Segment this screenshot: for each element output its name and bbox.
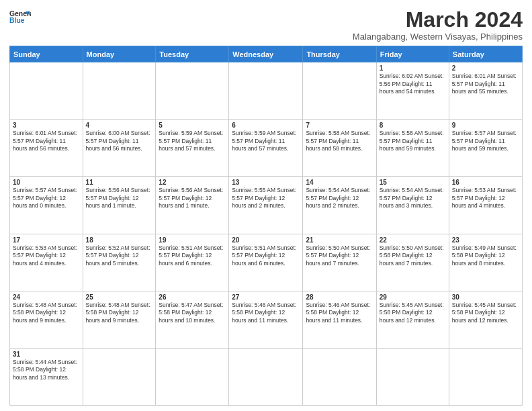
logo: General Blue: [9, 8, 31, 27]
calendar-cell: 29Sunrise: 5:45 AM Sunset: 5:58 PM Dayli…: [376, 291, 449, 348]
day-info: Sunrise: 5:48 AM Sunset: 5:58 PM Dayligh…: [86, 302, 153, 324]
col-header-sunday: Sunday: [10, 46, 83, 62]
day-number: 3: [13, 122, 80, 129]
day-info: Sunrise: 5:58 AM Sunset: 5:57 PM Dayligh…: [306, 130, 373, 152]
logo-icon: General Blue: [9, 8, 31, 27]
calendar-cell: 7Sunrise: 5:58 AM Sunset: 5:57 PM Daylig…: [303, 120, 376, 177]
calendar-week-2: 10Sunrise: 5:57 AM Sunset: 5:57 PM Dayli…: [10, 177, 523, 234]
day-number: 16: [452, 179, 519, 186]
day-info: Sunrise: 5:59 AM Sunset: 5:57 PM Dayligh…: [159, 130, 226, 152]
day-info: Sunrise: 6:02 AM Sunset: 5:56 PM Dayligh…: [380, 73, 446, 95]
day-number: 21: [306, 236, 373, 244]
calendar-cell: [229, 348, 303, 405]
day-info: Sunrise: 5:50 AM Sunset: 5:58 PM Dayligh…: [380, 244, 446, 267]
day-info: Sunrise: 5:57 AM Sunset: 5:57 PM Dayligh…: [13, 187, 80, 210]
day-info: Sunrise: 5:54 AM Sunset: 5:57 PM Dayligh…: [380, 187, 446, 210]
calendar-cell: 27Sunrise: 5:46 AM Sunset: 5:58 PM Dayli…: [229, 291, 303, 348]
calendar-cell: 17Sunrise: 5:53 AM Sunset: 5:57 PM Dayli…: [10, 234, 83, 291]
calendar-header-row: SundayMondayTuesdayWednesdayThursdayFrid…: [10, 46, 523, 62]
day-info: Sunrise: 5:46 AM Sunset: 5:58 PM Dayligh…: [232, 302, 300, 324]
day-info: Sunrise: 5:56 AM Sunset: 5:57 PM Dayligh…: [159, 187, 226, 210]
calendar-cell: 12Sunrise: 5:56 AM Sunset: 5:57 PM Dayli…: [156, 177, 229, 234]
day-number: 10: [13, 179, 80, 186]
calendar-week-0: 1Sunrise: 6:02 AM Sunset: 5:56 PM Daylig…: [10, 62, 523, 120]
day-number: 25: [86, 293, 153, 301]
calendar-cell: 15Sunrise: 5:54 AM Sunset: 5:57 PM Dayli…: [376, 177, 449, 234]
day-number: 24: [13, 293, 80, 301]
day-number: 1: [380, 64, 446, 72]
day-info: Sunrise: 5:54 AM Sunset: 5:57 PM Dayligh…: [306, 187, 373, 210]
day-info: Sunrise: 5:48 AM Sunset: 5:58 PM Dayligh…: [13, 302, 80, 324]
calendar-cell: 10Sunrise: 5:57 AM Sunset: 5:57 PM Dayli…: [10, 177, 83, 234]
day-number: 26: [159, 293, 226, 301]
calendar-cell: 13Sunrise: 5:55 AM Sunset: 5:57 PM Dayli…: [229, 177, 303, 234]
calendar-week-3: 17Sunrise: 5:53 AM Sunset: 5:57 PM Dayli…: [10, 234, 523, 291]
calendar-cell: 3Sunrise: 6:01 AM Sunset: 5:57 PM Daylig…: [10, 120, 83, 177]
calendar-cell: 31Sunrise: 5:44 AM Sunset: 5:58 PM Dayli…: [10, 348, 83, 405]
day-number: 12: [159, 179, 226, 186]
col-header-tuesday: Tuesday: [156, 46, 229, 62]
calendar-cell: 30Sunrise: 5:45 AM Sunset: 5:58 PM Dayli…: [449, 291, 522, 348]
day-info: Sunrise: 5:44 AM Sunset: 5:58 PM Dayligh…: [13, 359, 80, 381]
calendar-cell: 18Sunrise: 5:52 AM Sunset: 5:57 PM Dayli…: [83, 234, 156, 291]
calendar-cell: 24Sunrise: 5:48 AM Sunset: 5:58 PM Dayli…: [10, 291, 83, 348]
calendar-cell: [156, 62, 229, 120]
day-info: Sunrise: 5:47 AM Sunset: 5:58 PM Dayligh…: [159, 302, 226, 324]
col-header-wednesday: Wednesday: [229, 46, 303, 62]
calendar-table: SundayMondayTuesdayWednesdayThursdayFrid…: [9, 46, 523, 406]
day-number: 2: [452, 64, 519, 72]
calendar-week-1: 3Sunrise: 6:01 AM Sunset: 5:57 PM Daylig…: [10, 120, 523, 177]
day-number: 8: [380, 122, 446, 129]
day-number: 31: [13, 351, 80, 358]
day-number: 20: [232, 236, 300, 244]
day-number: 13: [232, 179, 300, 186]
calendar-cell: 11Sunrise: 5:56 AM Sunset: 5:57 PM Dayli…: [83, 177, 156, 234]
day-info: Sunrise: 5:55 AM Sunset: 5:57 PM Dayligh…: [232, 187, 300, 210]
day-info: Sunrise: 5:53 AM Sunset: 5:57 PM Dayligh…: [452, 187, 519, 210]
page: General Blue March 2024 Malangabang, Wes…: [0, 0, 532, 411]
header: General Blue March 2024 Malangabang, Wes…: [9, 8, 523, 42]
day-info: Sunrise: 5:50 AM Sunset: 5:57 PM Dayligh…: [306, 244, 373, 267]
day-number: 28: [306, 293, 373, 301]
calendar-cell: 22Sunrise: 5:50 AM Sunset: 5:58 PM Dayli…: [376, 234, 449, 291]
day-number: 5: [159, 122, 226, 129]
day-number: 6: [232, 122, 300, 129]
title-block: March 2024 Malangabang, Western Visayas,…: [353, 8, 523, 42]
day-number: 15: [380, 179, 446, 186]
calendar-cell: 8Sunrise: 5:58 AM Sunset: 5:57 PM Daylig…: [376, 120, 449, 177]
calendar-cell: [10, 62, 83, 120]
day-info: Sunrise: 5:52 AM Sunset: 5:57 PM Dayligh…: [86, 244, 153, 267]
col-header-thursday: Thursday: [303, 46, 376, 62]
day-info: Sunrise: 5:53 AM Sunset: 5:57 PM Dayligh…: [13, 244, 80, 267]
calendar-cell: [83, 348, 156, 405]
calendar-cell: [376, 348, 449, 405]
day-info: Sunrise: 5:58 AM Sunset: 5:57 PM Dayligh…: [380, 130, 446, 152]
day-info: Sunrise: 5:59 AM Sunset: 5:57 PM Dayligh…: [232, 130, 300, 152]
day-info: Sunrise: 5:49 AM Sunset: 5:58 PM Dayligh…: [452, 244, 519, 267]
day-info: Sunrise: 5:56 AM Sunset: 5:57 PM Dayligh…: [86, 187, 153, 210]
calendar-cell: 19Sunrise: 5:51 AM Sunset: 5:57 PM Dayli…: [156, 234, 229, 291]
calendar-cell: 28Sunrise: 5:46 AM Sunset: 5:58 PM Dayli…: [303, 291, 376, 348]
calendar-cell: 4Sunrise: 6:00 AM Sunset: 5:57 PM Daylig…: [83, 120, 156, 177]
day-number: 9: [452, 122, 519, 129]
day-info: Sunrise: 6:01 AM Sunset: 5:57 PM Dayligh…: [13, 130, 80, 152]
calendar-title: March 2024: [353, 8, 523, 32]
day-number: 22: [380, 236, 446, 244]
calendar-cell: [303, 348, 376, 405]
day-info: Sunrise: 5:51 AM Sunset: 5:57 PM Dayligh…: [232, 244, 300, 267]
day-number: 29: [380, 293, 446, 301]
day-number: 4: [86, 122, 153, 129]
calendar-cell: [303, 62, 376, 120]
day-info: Sunrise: 6:01 AM Sunset: 5:57 PM Dayligh…: [452, 73, 519, 95]
day-number: 17: [13, 236, 80, 244]
col-header-saturday: Saturday: [449, 46, 522, 62]
calendar-cell: 23Sunrise: 5:49 AM Sunset: 5:58 PM Dayli…: [449, 234, 522, 291]
calendar-cell: 5Sunrise: 5:59 AM Sunset: 5:57 PM Daylig…: [156, 120, 229, 177]
day-number: 14: [306, 179, 373, 186]
calendar-week-4: 24Sunrise: 5:48 AM Sunset: 5:58 PM Dayli…: [10, 291, 523, 348]
day-info: Sunrise: 5:51 AM Sunset: 5:57 PM Dayligh…: [159, 244, 226, 267]
day-info: Sunrise: 5:57 AM Sunset: 5:57 PM Dayligh…: [452, 130, 519, 152]
calendar-cell: 1Sunrise: 6:02 AM Sunset: 5:56 PM Daylig…: [376, 62, 449, 120]
calendar-cell: [83, 62, 156, 120]
day-number: 7: [306, 122, 373, 129]
